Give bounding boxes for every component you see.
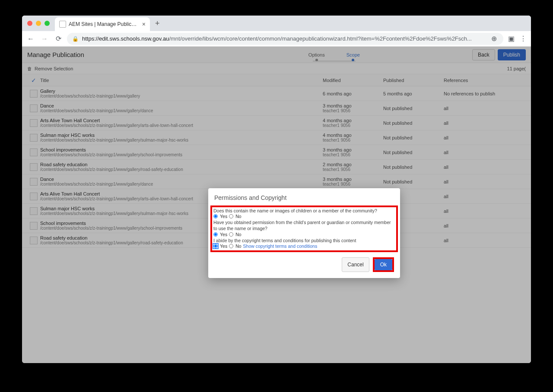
q2-options: Yes No [213,232,395,237]
zoom-icon[interactable]: ⊕ [489,35,498,43]
close-icon[interactable] [27,21,32,26]
browser-tab[interactable]: AEM Sites | Manage Publicatio × [55,17,150,31]
question-3: I abide by the copyright terms and condi… [213,237,395,243]
yes-label: Yes [220,214,227,219]
no-label: No [235,214,241,219]
permissions-dialog: Permissions and Copyright Does this cont… [208,188,400,278]
reload-button[interactable]: ⟳ [53,34,64,44]
profile-icon[interactable]: ▣ [507,35,515,43]
browser-toolbar: ← → ⟳ 🔒 https://edit.sws.schools.nsw.gov… [22,31,531,47]
back-button[interactable]: ← [25,34,36,44]
no-label: No [235,232,241,237]
q2-yes-radio[interactable] [213,232,218,237]
window-controls [22,21,55,26]
maximize-icon[interactable] [44,21,50,26]
url-text: https://edit.sws.schools.nsw.gov.au/mnt/… [82,35,489,42]
ok-button[interactable]: Ok [375,259,392,270]
yes-label: Yes [220,243,227,249]
highlight-questions: Does this contain the name or images of … [210,205,398,252]
forward-button[interactable]: → [39,34,50,44]
page-icon [59,21,66,28]
minimize-icon[interactable] [36,21,41,26]
q3-options: Yes No Show copyright terms and conditio… [213,243,395,249]
highlight-ok: Ok [373,257,394,272]
tab-title: AEM Sites | Manage Publicatio [69,21,140,27]
question-1: Does this contain the name or images of … [213,208,395,214]
q1-no-radio[interactable] [229,214,233,218]
q1-yes-radio[interactable] [213,214,218,218]
q3-yes-radio[interactable] [213,244,218,248]
cancel-button[interactable]: Cancel [342,257,369,272]
kebab-menu-icon[interactable]: ⋮ [519,35,528,43]
copyright-terms-link[interactable]: Show copyright terms and conditions [243,243,318,249]
dialog-title: Permissions and Copyright [208,194,400,205]
no-label: No [235,243,241,249]
q3-no-radio[interactable] [229,244,233,248]
address-bar[interactable]: 🔒 https://edit.sws.schools.nsw.gov.au/mn… [67,33,503,45]
lock-icon: 🔒 [72,36,79,42]
q2-no-radio[interactable] [229,232,233,237]
dialog-buttons: Cancel Ok [208,252,400,272]
new-tab-button[interactable]: + [150,19,165,28]
close-tab-icon[interactable]: × [142,21,146,28]
tab-bar: AEM Sites | Manage Publicatio × + [22,16,531,31]
content-area: Manage Publication Options Scope Back Pu… [22,47,531,363]
question-2: Have you obtained permission from the ch… [213,219,395,231]
browser-window: AEM Sites | Manage Publicatio × + ← → ⟳ … [22,16,531,363]
yes-label: Yes [220,232,227,237]
q1-options: Yes No [213,214,395,219]
